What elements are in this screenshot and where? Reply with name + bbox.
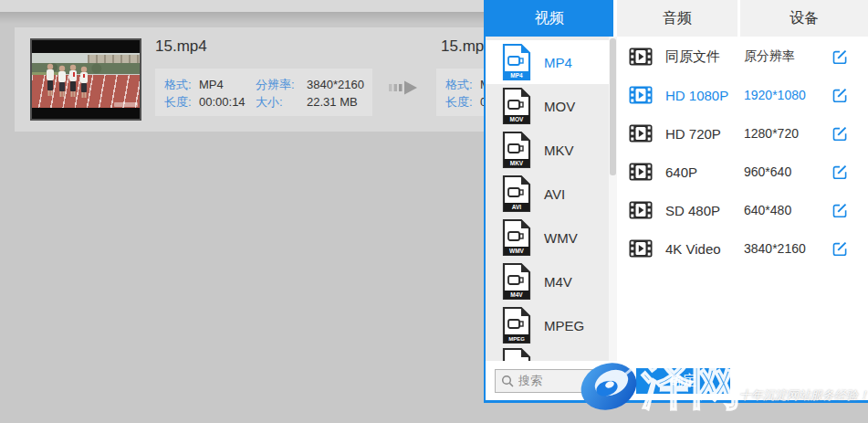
format-label: AVI	[544, 186, 565, 202]
wmv-file-icon: WMV	[501, 218, 532, 257]
partial-file-icon	[501, 347, 532, 361]
edit-icon	[831, 87, 848, 103]
tab-video[interactable]: 视频	[486, 0, 613, 37]
source-duration-value: 00:00:14	[199, 95, 256, 109]
svg-text:MPEG: MPEG	[508, 336, 525, 342]
preset-name: 4K Video	[665, 241, 744, 257]
mov-file-icon: MOV	[501, 87, 532, 125]
preset-name: 同原文件	[665, 48, 744, 66]
preset-resolution: 960*640	[744, 164, 831, 179]
output-format-label: 格式:	[445, 77, 480, 93]
film-icon	[629, 86, 653, 104]
edit-preset-button[interactable]	[831, 87, 848, 103]
preset-row-original[interactable]: 同原文件 原分辨率	[617, 37, 868, 76]
edit-preset-button[interactable]	[831, 125, 848, 142]
format-label: WMV	[544, 230, 578, 246]
source-format-value: MP4	[199, 78, 256, 91]
format-item-mp4[interactable]: MP4 MP4	[486, 40, 609, 84]
preset-name: HD 720P	[665, 126, 744, 142]
edit-preset-button[interactable]	[831, 164, 848, 180]
source-size-value: 22.31 MB	[307, 95, 358, 109]
preset-name: 640P	[665, 164, 744, 180]
film-icon	[629, 239, 653, 258]
format-item-partial[interactable]	[486, 347, 609, 361]
preset-resolution: 1280*720	[744, 126, 831, 141]
format-item-wmv[interactable]: WMV WMV	[486, 216, 609, 259]
preset-list: 同原文件 原分辨率 HD 1080P 192	[617, 37, 868, 361]
format-label: MP4	[544, 55, 572, 70]
source-resolution-label: 分辨率:	[256, 77, 307, 93]
edit-icon	[831, 240, 848, 257]
preset-name: SD 480P	[665, 203, 744, 218]
svg-text:MOV: MOV	[510, 116, 524, 122]
svg-text:MKV: MKV	[510, 160, 524, 166]
mp4-file-icon: MP4	[501, 43, 532, 81]
format-label: MPEG	[544, 318, 584, 333]
format-label: M4V	[544, 274, 572, 290]
svg-text:WMV: WMV	[509, 248, 525, 254]
thumb-watermark	[114, 102, 138, 107]
preset-name: HD 1080P	[665, 88, 744, 103]
preset-resolution: 640*480	[744, 203, 831, 217]
source-info-box: 格式: MP4 分辨率: 3840*2160 长度: 00:00:14 大小: …	[155, 69, 372, 116]
edit-icon	[831, 48, 848, 65]
svg-text:MP4: MP4	[510, 72, 523, 79]
source-format-label: 格式:	[164, 77, 199, 93]
mkv-file-icon: MKV	[501, 131, 532, 169]
avi-file-icon: AVI	[501, 174, 532, 213]
preset-row-hd1080p[interactable]: HD 1080P 1920*1080	[617, 76, 868, 114]
preset-row-sd480p[interactable]: SD 480P 640*480	[617, 191, 868, 229]
mpeg-file-icon: MPEG	[501, 306, 532, 344]
film-icon	[629, 124, 653, 143]
preset-resolution: 1920*1080	[744, 88, 831, 102]
format-item-mkv[interactable]: MKV MKV	[486, 128, 609, 172]
search-input[interactable]	[518, 374, 601, 387]
search-icon	[501, 375, 514, 387]
format-tabs: 视频 音频 设备	[486, 0, 868, 37]
panel-bottom-bar: 确定	[486, 361, 868, 400]
film-icon	[629, 201, 653, 219]
edit-icon	[831, 202, 848, 218]
format-item-avi[interactable]: AVI AVI	[486, 172, 609, 216]
format-item-m4v[interactable]: M4V M4V	[486, 259, 609, 303]
edit-icon	[831, 164, 848, 180]
source-file-title: 15.mp4	[155, 37, 207, 56]
tab-audio[interactable]: 音频	[617, 0, 737, 37]
source-resolution-value: 3840*2160	[307, 78, 364, 91]
format-search-box[interactable]	[495, 369, 612, 393]
edit-preset-button[interactable]	[831, 48, 848, 65]
svg-text:M4V: M4V	[510, 291, 523, 298]
format-picker-panel: 视频 音频 设备 MP4 MP4	[484, 0, 868, 403]
format-label: MKV	[544, 143, 574, 158]
format-list: MP4 MP4 MOV MOV	[486, 37, 609, 361]
film-icon	[629, 163, 653, 181]
preset-row-4k[interactable]: 4K Video 3840*2160	[617, 229, 868, 268]
scrollbar-thumb[interactable]	[610, 38, 616, 175]
m4v-file-icon: M4V	[501, 262, 532, 301]
edit-preset-button[interactable]	[831, 240, 848, 257]
format-item-mov[interactable]: MOV MOV	[486, 84, 609, 128]
preset-row-640p[interactable]: 640P 960*640	[617, 153, 868, 191]
format-item-mpeg[interactable]: MPEG MPEG	[486, 303, 609, 347]
preset-row-hd720p[interactable]: HD 720P 1280*720	[617, 114, 868, 153]
format-list-scrollbar[interactable]	[609, 37, 617, 361]
tab-device[interactable]: 设备	[740, 0, 868, 37]
source-duration-label: 长度:	[164, 94, 199, 111]
preset-resolution: 原分辨率	[744, 48, 831, 65]
output-duration-label: 长度:	[445, 94, 480, 111]
format-label: MOV	[544, 99, 575, 114]
thumbnail-image	[32, 53, 140, 108]
svg-text:AVI: AVI	[512, 204, 522, 210]
edit-preset-button[interactable]	[831, 202, 848, 218]
confirm-button[interactable]: 确定	[636, 368, 730, 394]
source-size-label: 大小:	[256, 94, 307, 111]
thumb-people	[43, 62, 96, 100]
convert-arrow-icon	[389, 80, 418, 95]
video-thumbnail[interactable]	[30, 38, 141, 121]
edit-icon	[831, 125, 848, 142]
film-icon	[629, 48, 653, 66]
preset-resolution: 3840*2160	[744, 241, 831, 256]
